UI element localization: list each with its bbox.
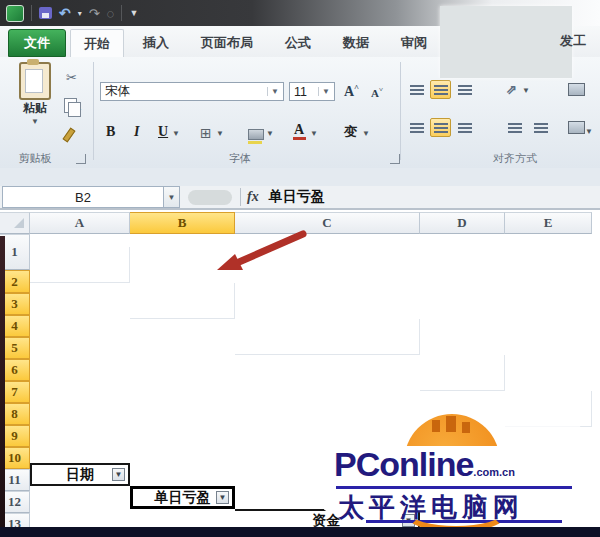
increase-indent-button[interactable] [530, 118, 551, 137]
align-middle-button[interactable] [430, 80, 451, 99]
align-top-icon [410, 85, 424, 95]
name-box-dropdown-icon[interactable]: ▼ [164, 186, 180, 208]
cell-C1[interactable] [235, 319, 420, 355]
tab-开始[interactable]: 开始 [70, 29, 124, 58]
tab-审阅[interactable]: 审阅 [388, 29, 440, 57]
decrease-indent-icon [508, 123, 522, 133]
borders-button[interactable]: ⊞ [200, 126, 212, 140]
font-group-label: 字体 [150, 151, 330, 166]
fill-color-icon [248, 129, 264, 140]
castle-icon [446, 416, 456, 432]
font-dialog-launcher-icon[interactable] [390, 154, 400, 164]
decrease-indent-button[interactable] [504, 118, 525, 137]
cell-D1[interactable] [420, 355, 505, 391]
cell-A1[interactable] [30, 247, 130, 283]
tab-数据[interactable]: 数据 [330, 29, 382, 57]
font-size-value: 11 [294, 85, 307, 99]
cell-B2-active[interactable]: 单日亏盈▼ [130, 486, 235, 509]
phonetic-guide-button[interactable]: 变 [344, 124, 357, 140]
blurred-insert-function [188, 190, 232, 205]
paste-icon [19, 62, 51, 100]
font-color-dropdown-icon[interactable]: ▼ [310, 129, 318, 138]
watermark-brand: PConline.com.cn [334, 446, 515, 490]
divider [121, 5, 122, 21]
align-top-button[interactable] [406, 80, 427, 99]
clipboard-group-label: 剪贴板 [4, 151, 66, 166]
watermark-domain: .com.cn [473, 466, 515, 478]
column-header-D[interactable]: D [420, 212, 505, 234]
tab-公式[interactable]: 公式 [272, 29, 324, 57]
undo-dropdown-icon[interactable]: ▾ [78, 9, 82, 18]
chevron-down-icon[interactable]: ▼ [267, 87, 279, 96]
fill-color-button[interactable] [248, 126, 264, 144]
insert-function-icon[interactable]: fx [247, 189, 259, 205]
filter-button[interactable]: ▼ [216, 491, 229, 504]
redo-button[interactable]: ↷ [89, 7, 100, 20]
paste-dropdown-icon[interactable]: ▼ [10, 117, 60, 126]
paste-label: 粘贴 [10, 100, 60, 117]
qat-customize-button[interactable]: ▼ [129, 8, 138, 18]
castle-icon [462, 422, 470, 433]
align-bottom-icon [458, 85, 472, 95]
column-header-A[interactable]: A [30, 212, 130, 234]
merge-center-icon [568, 121, 585, 134]
underline-button[interactable]: U [158, 124, 168, 140]
name-box[interactable]: B2 [2, 186, 164, 208]
phonetic-dropdown-icon[interactable]: ▼ [362, 129, 370, 138]
save-button[interactable] [39, 7, 52, 19]
align-right-icon [458, 123, 472, 133]
repeat-button[interactable]: ◌ [107, 7, 115, 20]
formula-content[interactable]: 单日亏盈 [269, 188, 325, 206]
group-divider [93, 62, 94, 160]
cell-A2[interactable]: 日期▼ [30, 463, 130, 486]
align-left-icon [410, 123, 424, 133]
wrap-text-button[interactable] [568, 82, 585, 100]
watermark-underline [336, 486, 572, 489]
bottom-edge-strip [0, 527, 600, 537]
wrap-text-icon [568, 83, 585, 96]
cell-B1[interactable] [130, 283, 235, 319]
undo-button[interactable]: ↶ [59, 6, 71, 20]
alignment-group-label: 对齐方式 [430, 151, 600, 166]
orientation-dropdown-icon[interactable]: ▼ [522, 86, 530, 95]
increase-indent-icon [534, 123, 548, 133]
borders-dropdown-icon[interactable]: ▼ [216, 129, 224, 138]
font-name-value: 宋体 [105, 83, 130, 100]
clipboard-dialog-launcher-icon[interactable] [76, 154, 86, 164]
group-divider [400, 62, 401, 160]
align-left-button[interactable] [406, 118, 427, 137]
tab-插入[interactable]: 插入 [130, 29, 182, 57]
annotation-arrow [205, 228, 315, 276]
column-header-E[interactable]: E [505, 212, 592, 234]
tab-file[interactable]: 文件 [8, 29, 66, 57]
italic-button[interactable]: I [134, 124, 139, 140]
ribbon-bottom-strip [0, 168, 600, 186]
copy-button[interactable]: ▾ [64, 98, 81, 117]
align-bottom-button[interactable] [454, 80, 475, 99]
tab-页面布局[interactable]: 页面布局 [188, 29, 266, 57]
blurred-region [440, 6, 572, 78]
merge-center-button[interactable]: ▼ [568, 120, 593, 138]
left-edge-strip [0, 236, 5, 537]
shrink-font-button[interactable]: A˅ [371, 86, 383, 99]
tab-developer-partial[interactable]: 发工 [560, 32, 586, 50]
grow-font-button[interactable]: A˄ [344, 83, 359, 100]
align-center-button[interactable] [430, 118, 451, 137]
fill-color-dropdown-icon[interactable]: ▼ [266, 129, 274, 138]
align-center-icon [434, 123, 448, 133]
paste-button[interactable]: 粘贴 ▼ [10, 62, 60, 126]
cut-button[interactable]: ✂ [66, 70, 77, 85]
orientation-button[interactable]: ⇗ [506, 82, 517, 97]
align-middle-icon [434, 85, 448, 95]
font-size-select[interactable]: 11 ▼ [289, 82, 335, 101]
font-name-select[interactable]: 宋体 ▼ [100, 82, 284, 101]
bold-button[interactable]: B [106, 124, 115, 140]
pconline-watermark: PConline.com.cn 太平洋电脑网 [322, 402, 590, 532]
format-painter-button[interactable] [66, 128, 72, 146]
copy-icon [64, 98, 77, 113]
underline-dropdown-icon[interactable]: ▼ [172, 129, 180, 138]
filter-button[interactable]: ▼ [112, 468, 125, 481]
chevron-down-icon[interactable]: ▼ [318, 87, 330, 96]
align-right-button[interactable] [454, 118, 475, 137]
select-all-corner[interactable] [0, 212, 30, 234]
